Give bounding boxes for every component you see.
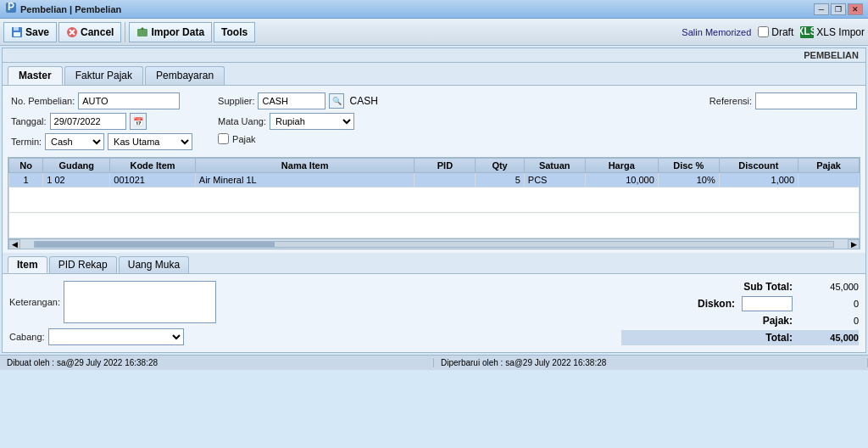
keterangan-label: Keterangan: bbox=[9, 297, 60, 307]
diskon-value: 0 bbox=[799, 299, 859, 309]
svg-rect-3 bbox=[14, 27, 19, 31]
scroll-left-button[interactable]: ◀ bbox=[8, 239, 20, 249]
cell-qty: 5 bbox=[476, 173, 524, 188]
close-button[interactable]: ✕ bbox=[848, 3, 863, 15]
termin-label: Termin: bbox=[11, 137, 42, 147]
total-row: Total: 45,000 bbox=[621, 330, 859, 345]
impor-data-button[interactable]: Impor Data bbox=[129, 22, 212, 42]
cabang-row: Cabang: bbox=[9, 328, 621, 345]
updated-status: Diperbarui oleh : sa@29 July 2022 16:38:… bbox=[434, 358, 868, 367]
svg-rect-8 bbox=[137, 29, 147, 36]
svg-marker-9 bbox=[140, 27, 145, 30]
draft-checkbox[interactable] bbox=[758, 26, 769, 37]
cancel-button[interactable]: Cancel bbox=[58, 22, 121, 42]
xls-impor-button[interactable]: XLS XLS Impor bbox=[800, 26, 865, 38]
col-pid: PID bbox=[415, 159, 476, 173]
diskon-row: Diskon: 0 bbox=[621, 296, 859, 311]
cell-pid bbox=[415, 173, 476, 188]
scrollbar-track[interactable] bbox=[34, 241, 834, 248]
cell-disc-pct: 10% bbox=[658, 173, 719, 188]
tab-uang-muka[interactable]: Uang Muka bbox=[119, 256, 189, 273]
cell-kode-item: 001021 bbox=[110, 173, 196, 188]
empty-row-2 bbox=[9, 213, 860, 238]
svg-text:XLS: XLS bbox=[800, 26, 814, 37]
col-discount: Discount bbox=[719, 159, 798, 173]
col-kode-item: Kode Item bbox=[110, 159, 196, 173]
created-status: Dibuat oleh : sa@29 July 2022 16:38:28 bbox=[0, 358, 434, 367]
diskon-input[interactable] bbox=[742, 296, 793, 311]
supplier-code-input[interactable] bbox=[258, 92, 326, 109]
title-bar: P Pembelian | Pembelian ─ ❐ ✕ bbox=[0, 0, 868, 19]
bottom-panel: Keterangan: Cabang: Sub Total: 45,000 Di… bbox=[3, 273, 865, 352]
scroll-right-button[interactable]: ▶ bbox=[848, 239, 860, 249]
keterangan-input[interactable] bbox=[64, 281, 216, 323]
cell-no: 1 bbox=[9, 173, 43, 188]
table-row[interactable]: 1 1 02 001021 Air Mineral 1L 5 PCS 10,00… bbox=[9, 173, 860, 188]
pajak-summary-row: Pajak: 0 bbox=[621, 315, 859, 327]
supplier-search-button[interactable]: 🔍 bbox=[329, 93, 344, 109]
restore-button[interactable]: ❐ bbox=[831, 3, 846, 15]
table-header-row: No Gudang Kode Item Nama Item PID Qty Sa… bbox=[9, 159, 860, 173]
tab-pid-rekap[interactable]: PID Rekap bbox=[49, 256, 117, 273]
items-table-container: No Gudang Kode Item Nama Item PID Qty Sa… bbox=[8, 157, 860, 249]
main-content: PEMBELIAN Master Faktur Pajak Pembayaran… bbox=[2, 48, 866, 353]
horizontal-scrollbar[interactable]: ◀ ▶ bbox=[8, 238, 860, 249]
tab-item[interactable]: Item bbox=[8, 256, 47, 273]
xls-icon: XLS bbox=[800, 26, 814, 38]
cell-nama-item: Air Mineral 1L bbox=[195, 173, 415, 188]
calendar-button[interactable]: 📅 bbox=[130, 113, 147, 130]
sub-total-label: Sub Total: bbox=[725, 281, 793, 293]
pajak-checkbox[interactable] bbox=[218, 133, 229, 144]
col-harga: Harga bbox=[585, 159, 658, 173]
tab-master[interactable]: Master bbox=[8, 66, 63, 85]
no-pembelian-input[interactable] bbox=[78, 92, 180, 109]
main-tabs: Master Faktur Pajak Pembayaran bbox=[3, 63, 865, 86]
termin-row: Termin: Cash Kas Utama bbox=[11, 133, 192, 150]
supplier-row: Supplier: 🔍 CASH bbox=[218, 92, 378, 109]
referensi-input[interactable] bbox=[755, 92, 857, 109]
cell-satuan: PCS bbox=[524, 173, 585, 188]
col-no: No bbox=[9, 159, 43, 173]
termin-select[interactable]: Cash bbox=[45, 133, 104, 150]
supplier-label: Supplier: bbox=[218, 96, 254, 106]
sub-total-value: 45,000 bbox=[799, 282, 859, 292]
pajak-summary-value: 0 bbox=[799, 316, 859, 326]
status-bar: Dibuat oleh : sa@29 July 2022 16:38:28 D… bbox=[0, 355, 868, 370]
mata-uang-row: Mata Uang: Rupiah bbox=[218, 113, 378, 130]
no-pembelian-row: No. Pembelian: bbox=[11, 92, 192, 109]
svg-text:P: P bbox=[8, 2, 14, 13]
bottom-tabs: Item PID Rekap Uang Muka bbox=[3, 253, 865, 273]
sub-total-row: Sub Total: 45,000 bbox=[621, 281, 859, 293]
diskon-label: Diskon: bbox=[667, 298, 735, 310]
form-area: No. Pembelian: Tanggal: 📅 Termin: Cash K… bbox=[3, 86, 865, 157]
cancel-icon bbox=[66, 26, 78, 38]
col-pajak: Pajak bbox=[798, 159, 860, 173]
cabang-select[interactable] bbox=[48, 328, 184, 345]
save-button[interactable]: Save bbox=[3, 22, 57, 42]
minimize-button[interactable]: ─ bbox=[814, 3, 829, 15]
tab-faktur-pajak[interactable]: Faktur Pajak bbox=[64, 66, 143, 85]
referensi-row: Referensi: bbox=[709, 92, 857, 109]
impor-icon bbox=[136, 26, 148, 38]
kas-select[interactable]: Kas Utama bbox=[108, 133, 192, 150]
col-satuan: Satuan bbox=[524, 159, 585, 173]
mata-uang-select[interactable]: Rupiah bbox=[270, 113, 354, 130]
scrollbar-thumb[interactable] bbox=[35, 242, 275, 247]
form-left: No. Pembelian: Tanggal: 📅 Termin: Cash K… bbox=[11, 92, 192, 150]
tanggal-input[interactable] bbox=[50, 113, 126, 130]
form-right: Referensi: bbox=[709, 92, 857, 150]
supplier-name: CASH bbox=[349, 95, 377, 107]
app-icon: P bbox=[5, 2, 17, 16]
no-pembelian-label: No. Pembelian: bbox=[11, 96, 75, 106]
window-title: Pembelian | Pembelian bbox=[20, 4, 814, 14]
col-qty: Qty bbox=[476, 159, 524, 173]
tools-button[interactable]: Tools bbox=[214, 22, 255, 42]
tab-pembayaran[interactable]: Pembayaran bbox=[145, 66, 225, 85]
items-table: No Gudang Kode Item Nama Item PID Qty Sa… bbox=[8, 158, 860, 238]
svg-rect-4 bbox=[14, 32, 20, 36]
cell-harga: 10,000 bbox=[585, 173, 658, 188]
total-label: Total: bbox=[725, 332, 793, 344]
toolbar: Save Cancel Impor Data Tools Salin Memor… bbox=[0, 19, 868, 46]
toolbar-separator bbox=[125, 22, 125, 42]
salin-memorized-button[interactable]: Salin Memorized bbox=[682, 27, 751, 37]
